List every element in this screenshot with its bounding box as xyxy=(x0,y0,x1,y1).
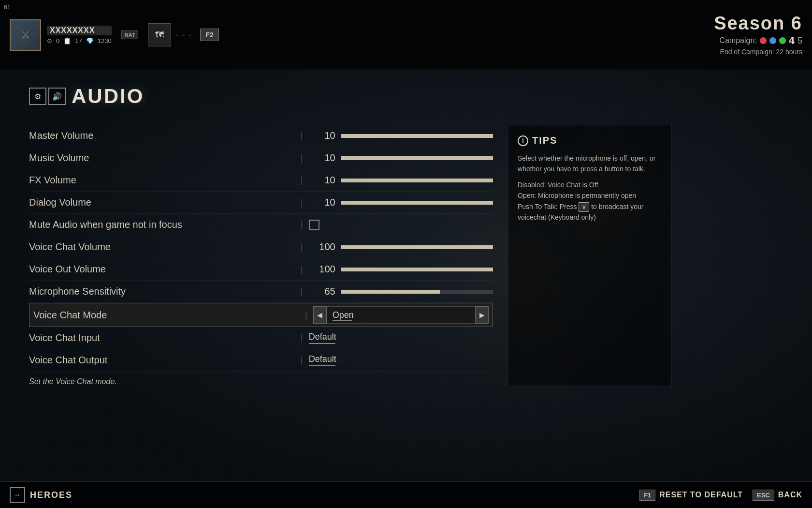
f2-button[interactable]: F2 xyxy=(200,29,218,41)
player-details: XXXXXXXX ⊙ 0 📋 17 💎 1230 xyxy=(47,26,112,45)
header-icons: ⚙ 🔊 xyxy=(29,88,66,105)
esc-key: ESC xyxy=(753,490,774,501)
nav-dash-3: - xyxy=(188,30,191,40)
setting-fx-volume[interactable]: FX Volume | 10 xyxy=(29,169,493,192)
voice-mode-next-button[interactable]: ▶ xyxy=(475,306,489,324)
voice-out-volume-slider[interactable] xyxy=(341,268,493,271)
setting-voice-chat-mode[interactable]: Voice Chat Mode | ◀ Open ▶ xyxy=(29,303,493,327)
mute-audio-checkbox[interactable] xyxy=(309,220,319,230)
gem-blue-icon xyxy=(769,37,776,44)
setting-description: Set the Voice Chat mode. xyxy=(29,377,493,386)
campaign-slash: 5 xyxy=(798,36,802,46)
f1-key: F1 xyxy=(639,490,655,501)
voice-chat-volume-label: Voice Chat Volume xyxy=(29,241,295,253)
tips-paragraph-2: Disabled: Voice Chat is Off Open: Microp… xyxy=(518,179,662,223)
voice-chat-input-value: Default xyxy=(309,332,367,344)
level-value: 0 xyxy=(56,37,59,45)
player-info: ⚔ XXXXXXXX ⊙ 0 📋 17 💎 1230 NAT xyxy=(10,19,138,51)
setting-voice-chat-volume[interactable]: Voice Chat Volume | 100 xyxy=(29,236,493,258)
mode-underline xyxy=(333,320,352,321)
music-volume-label: Music Volume xyxy=(29,152,295,164)
gem-green-icon xyxy=(779,37,786,44)
voice-mode-container: ◀ Open ▶ xyxy=(313,306,489,324)
mic-sensitivity-value: 65 xyxy=(309,286,335,297)
setting-voice-out-volume[interactable]: Voice Out Volume | 100 xyxy=(29,258,493,281)
audio-icon: 🔊 xyxy=(48,88,66,105)
settings-container: Master Volume | 10 Music Volume | 10 FX … xyxy=(29,125,783,386)
top-bar: ⚔ XXXXXXXX ⊙ 0 📋 17 💎 1230 NAT 🗺 - - - F… xyxy=(0,0,812,70)
bottom-bar: ↔ HEROES F1 RESET TO DEFAULT ESC BACK xyxy=(0,481,812,508)
gem-red-icon xyxy=(760,37,767,44)
nat-badge: NAT xyxy=(121,30,139,39)
fx-volume-label: FX Volume xyxy=(29,175,295,186)
nav-icons: 🗺 - - - F2 xyxy=(148,23,218,46)
settings-icon: ⚙ xyxy=(29,88,46,105)
master-volume-slider[interactable] xyxy=(341,134,493,138)
setting-mic-sensitivity[interactable]: Microphone Sensitivity | 65 xyxy=(29,281,493,303)
mute-audio-label: Mute Audio when game not in focus xyxy=(29,219,295,230)
heroes-label[interactable]: HEROES xyxy=(30,490,72,500)
tips-panel: i TIPS Select whether the microphone is … xyxy=(508,125,672,386)
main-content: ⚙ 🔊 AUDIO Master Volume | 10 Music Volum… xyxy=(0,70,812,481)
dialog-volume-value: 10 xyxy=(309,197,335,208)
setting-mute-audio[interactable]: Mute Audio when game not in focus | xyxy=(29,214,493,236)
tips-header: i TIPS xyxy=(518,135,662,146)
voice-out-volume-value: 100 xyxy=(309,264,335,275)
setting-voice-chat-input[interactable]: Voice Chat Input | Default xyxy=(29,327,493,349)
season-title: Season 6 xyxy=(714,14,802,32)
setting-music-volume[interactable]: Music Volume | 10 xyxy=(29,147,493,169)
avatar: ⚔ xyxy=(10,19,41,51)
setting-master-volume[interactable]: Master Volume | 10 xyxy=(29,125,493,147)
campaign-row: Campaign: 4 5 xyxy=(714,34,802,47)
music-volume-value: 10 xyxy=(309,152,335,164)
voice-chat-output-value: Default xyxy=(309,354,367,366)
mic-sensitivity-slider[interactable] xyxy=(341,290,493,294)
nav-dash-2: - xyxy=(182,30,185,40)
voice-mode-prev-button[interactable]: ◀ xyxy=(313,306,327,324)
tips-title: TIPS xyxy=(532,135,557,146)
currency-value: 1230 xyxy=(98,37,112,45)
tips-text: Select whether the microphone is off, op… xyxy=(518,153,662,223)
dialog-volume-label: Dialog Volume xyxy=(29,197,295,208)
tips-info-icon: i xyxy=(518,135,528,146)
setting-voice-chat-output[interactable]: Voice Chat Output | Default xyxy=(29,349,493,372)
player-stats: ⊙ 0 📋 17 💎 1230 xyxy=(47,37,112,45)
nav-icon-1[interactable]: 🗺 xyxy=(148,23,171,46)
settings-list: Master Volume | 10 Music Volume | 10 FX … xyxy=(29,125,493,386)
voice-chat-volume-slider[interactable] xyxy=(341,245,493,249)
player-name: XXXXXXXX xyxy=(47,26,112,35)
fx-volume-slider[interactable] xyxy=(341,179,493,182)
heroes-icon: ↔ xyxy=(10,487,25,503)
quests-icon: 📋 xyxy=(63,37,71,45)
voice-chat-mode-label: Voice Chat Mode xyxy=(33,310,299,321)
audio-title: AUDIO xyxy=(72,85,144,108)
music-volume-slider[interactable] xyxy=(341,156,493,160)
reset-to-default-button[interactable]: F1 RESET TO DEFAULT xyxy=(639,490,743,501)
tips-paragraph-1: Select whether the microphone is off, op… xyxy=(518,153,662,175)
fx-volume-value: 10 xyxy=(309,175,335,186)
campaign-label: Campaign: xyxy=(719,36,756,45)
level-icon: ⊙ xyxy=(47,37,52,45)
back-label: BACK xyxy=(778,491,802,499)
setting-dialog-volume[interactable]: Dialog Volume | 10 xyxy=(29,192,493,214)
voice-chat-input-label: Voice Chat Input xyxy=(29,332,295,344)
bottom-right: F1 RESET TO DEFAULT ESC BACK xyxy=(639,490,802,501)
currency-icon: 💎 xyxy=(86,37,94,45)
dialog-volume-slider[interactable] xyxy=(341,201,493,205)
reset-label: RESET TO DEFAULT xyxy=(659,491,743,499)
voice-out-volume-label: Voice Out Volume xyxy=(29,264,295,275)
back-button[interactable]: ESC BACK xyxy=(753,490,802,501)
audio-header: ⚙ 🔊 AUDIO xyxy=(29,85,783,108)
bottom-left: ↔ HEROES xyxy=(10,487,72,503)
mic-sensitivity-label: Microphone Sensitivity xyxy=(29,286,295,297)
end-campaign: End of Campaign: 22 hours xyxy=(714,48,802,56)
campaign-number: 4 xyxy=(789,34,795,47)
voice-mode-value: Open xyxy=(327,306,475,324)
v-key-badge: V xyxy=(579,202,589,212)
voice-chat-output-label: Voice Chat Output xyxy=(29,355,295,366)
top-right: Season 6 Campaign: 4 5 End of Campaign: … xyxy=(714,14,802,56)
quests-value: 17 xyxy=(75,37,82,45)
master-volume-label: Master Volume xyxy=(29,130,295,141)
voice-chat-volume-value: 100 xyxy=(309,241,335,253)
master-volume-value: 10 xyxy=(309,130,335,141)
